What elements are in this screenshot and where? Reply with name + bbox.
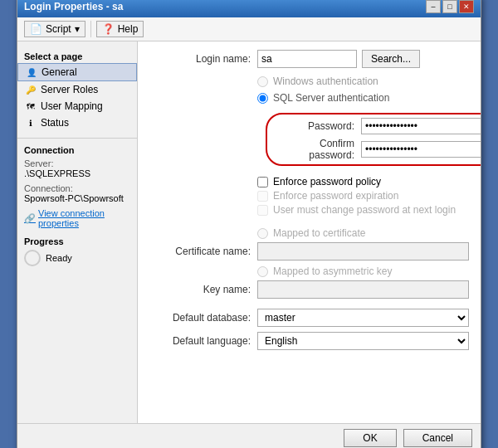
- general-icon: 👤: [25, 66, 38, 79]
- close-button[interactable]: ✕: [459, 0, 474, 13]
- key-name-label: Key name:: [149, 284, 257, 295]
- mapped-to-key-radio[interactable]: [257, 266, 268, 277]
- enforce-policy-row: Enforce password policy: [257, 176, 469, 187]
- enforce-policy-label: Enforce password policy: [273, 176, 381, 187]
- sidebar-bottom: Connection Server: .\SQLEXPRESS Connecti…: [17, 138, 137, 273]
- mapped-to-cert-row: Mapped to certificate: [149, 227, 469, 239]
- script-icon: 📄: [30, 23, 42, 35]
- enforce-expiration-checkbox[interactable]: [257, 191, 268, 202]
- mapped-to-cert-label: Mapped to certificate: [273, 227, 365, 239]
- user-mapping-icon: 🗺: [24, 100, 37, 113]
- server-roles-icon: 🔑: [24, 83, 37, 96]
- checkbox-section: Enforce password policy Enforce password…: [149, 176, 469, 216]
- default-language-label: Default language:: [149, 335, 257, 347]
- password-input[interactable]: [361, 118, 481, 134]
- login-name-input[interactable]: [257, 50, 357, 68]
- right-panel: Login name: Search... Windows authentica…: [138, 41, 481, 423]
- toolbar: 📄 Script ▾ ❓ Help: [17, 17, 481, 41]
- default-language-row: Default language: English French German …: [149, 332, 469, 350]
- password-section: Password: Confirm password:: [266, 113, 481, 166]
- user-must-change-checkbox[interactable]: [257, 205, 268, 216]
- link-icon: 🔗: [24, 213, 36, 224]
- login-name-label: Login name:: [149, 53, 257, 65]
- script-dropdown-icon: ▾: [75, 23, 80, 35]
- sql-auth-radio[interactable]: [257, 93, 268, 104]
- server-value: .\SQLEXPRESS: [24, 168, 130, 178]
- sidebar-item-status[interactable]: ℹ Status: [17, 114, 137, 131]
- progress-circle: [24, 250, 41, 266]
- windows-auth-label: Windows authentication: [273, 75, 378, 87]
- sidebar-item-user-mapping[interactable]: 🗺 User Mapping: [17, 98, 137, 114]
- help-icon: ❓: [102, 23, 115, 35]
- confirm-password-label: Confirm password:: [274, 138, 361, 161]
- sidebar-item-server-roles[interactable]: 🔑 Server Roles: [17, 81, 137, 98]
- key-name-input[interactable]: [257, 280, 469, 299]
- script-button[interactable]: 📄 Script ▾: [24, 21, 85, 37]
- enforce-expiration-label: Enforce password expiration: [273, 190, 398, 202]
- main-content: Select a page 👤 General 🔑 Server Roles 🗺…: [17, 41, 481, 423]
- certificate-name-input[interactable]: [257, 242, 469, 261]
- maximize-button[interactable]: □: [442, 0, 457, 13]
- search-button[interactable]: Search...: [362, 50, 420, 68]
- certificate-name-row: Certificate name:: [149, 242, 469, 261]
- minimize-button[interactable]: –: [426, 0, 441, 13]
- certificate-name-label: Certificate name:: [149, 246, 257, 257]
- enforce-policy-checkbox[interactable]: [257, 177, 268, 187]
- connection-title: Connection: [24, 145, 130, 155]
- default-database-row: Default database: master tempdb model ms…: [149, 309, 469, 327]
- window-title: Login Properties - sa: [24, 1, 123, 12]
- title-bar-controls: – □ ✕: [426, 0, 474, 13]
- login-name-row: Login name: Search...: [149, 50, 469, 68]
- password-row: Password:: [274, 118, 481, 134]
- windows-auth-row: Windows authentication: [149, 73, 469, 90]
- connection-label: Connection:: [24, 183, 130, 193]
- title-bar: Login Properties - sa – □ ✕: [17, 0, 481, 17]
- sql-auth-row: SQL Server authentication: [149, 90, 469, 106]
- mapped-to-key-label: Mapped to asymmetric key: [273, 265, 392, 277]
- mapped-to-key-row: Mapped to asymmetric key: [149, 265, 469, 277]
- user-must-change-row: User must change password at next login: [257, 204, 469, 216]
- progress-row: Ready: [24, 250, 130, 266]
- enforce-expiration-row: Enforce password expiration: [257, 190, 469, 202]
- sidebar-item-general[interactable]: 👤 General: [17, 63, 137, 81]
- default-database-label: Default database:: [149, 312, 257, 324]
- windows-auth-radio[interactable]: [257, 76, 268, 87]
- help-button[interactable]: ❓ Help: [96, 21, 144, 37]
- mapped-to-cert-radio[interactable]: [257, 228, 268, 239]
- key-name-row: Key name:: [149, 280, 469, 299]
- confirm-password-input[interactable]: [361, 141, 481, 158]
- sidebar: Select a page 👤 General 🔑 Server Roles 🗺…: [17, 41, 138, 423]
- footer: OK Cancel: [17, 423, 481, 448]
- connection-value: Spowrsoft-PC\Spowrsoft: [24, 193, 130, 203]
- progress-title: Progress: [24, 236, 130, 246]
- login-properties-window: Login Properties - sa – □ ✕ 📄 Script ▾ ❓…: [17, 0, 481, 448]
- view-connection-properties-link[interactable]: 🔗 View connection properties: [24, 208, 130, 228]
- select-page-label: Select a page: [17, 48, 137, 63]
- ok-button[interactable]: OK: [344, 429, 396, 447]
- confirm-password-row: Confirm password:: [274, 138, 481, 161]
- progress-status: Ready: [46, 253, 72, 263]
- user-must-change-label: User must change password at next login: [273, 204, 456, 216]
- server-label: Server:: [24, 158, 130, 168]
- sql-auth-label: SQL Server authentication: [273, 92, 389, 104]
- cancel-button[interactable]: Cancel: [403, 429, 472, 447]
- status-icon: ℹ: [24, 116, 37, 129]
- default-language-select[interactable]: English French German Spanish: [257, 332, 469, 350]
- default-database-select[interactable]: master tempdb model msdb: [257, 309, 469, 327]
- password-label: Password:: [274, 120, 361, 132]
- toolbar-divider: [90, 21, 91, 37]
